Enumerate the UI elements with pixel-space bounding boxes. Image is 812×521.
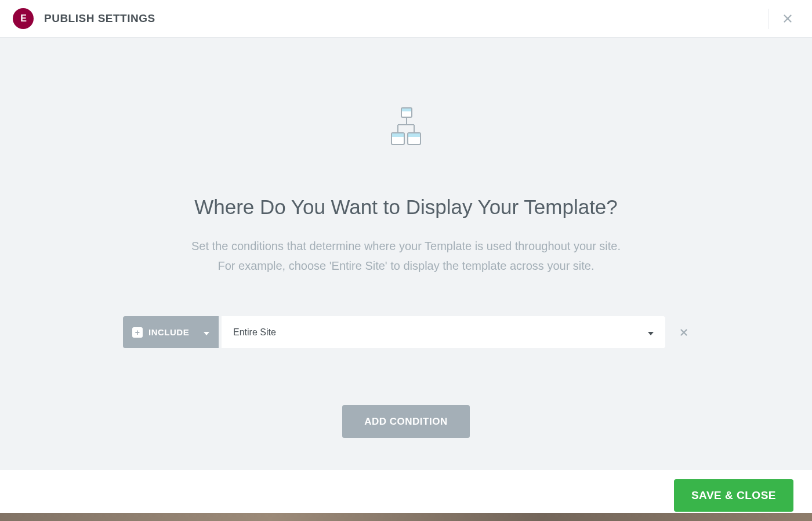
modal-header: E PUBLISH SETTINGS — [0, 0, 812, 38]
header-divider — [768, 9, 768, 29]
include-exclude-dropdown[interactable]: + INCLUDE — [123, 316, 219, 348]
modal-content: Where Do You Want to Display Your Templa… — [0, 38, 812, 470]
plus-icon: + — [132, 327, 143, 338]
close-icon — [781, 12, 794, 25]
sitemap-icon — [0, 107, 812, 146]
main-heading: Where Do You Want to Display Your Templa… — [0, 196, 812, 219]
svg-rect-5 — [392, 133, 404, 137]
remove-condition-button[interactable] — [679, 327, 689, 338]
save-close-button[interactable]: SAVE & CLOSE — [674, 479, 793, 512]
close-modal-button[interactable] — [776, 7, 799, 30]
include-label: INCLUDE — [148, 327, 198, 337]
elementor-logo: E — [13, 8, 34, 29]
add-condition-button[interactable]: ADD CONDITION — [342, 405, 469, 438]
page-background-edge — [0, 513, 812, 521]
close-icon — [679, 327, 689, 338]
location-value: Entire Site — [233, 327, 276, 338]
description-line-1: Set the conditions that determine where … — [0, 236, 812, 256]
svg-rect-3 — [402, 108, 411, 111]
modal-title: PUBLISH SETTINGS — [44, 12, 155, 25]
condition-row: + INCLUDE Entire Site — [0, 316, 812, 348]
caret-down-icon — [648, 327, 654, 338]
svg-rect-7 — [408, 133, 420, 137]
description-line-2: For example, choose 'Entire Site' to dis… — [0, 256, 812, 276]
location-dropdown[interactable]: Entire Site — [222, 316, 665, 348]
caret-down-icon — [204, 327, 209, 337]
logo-letter: E — [20, 13, 26, 24]
